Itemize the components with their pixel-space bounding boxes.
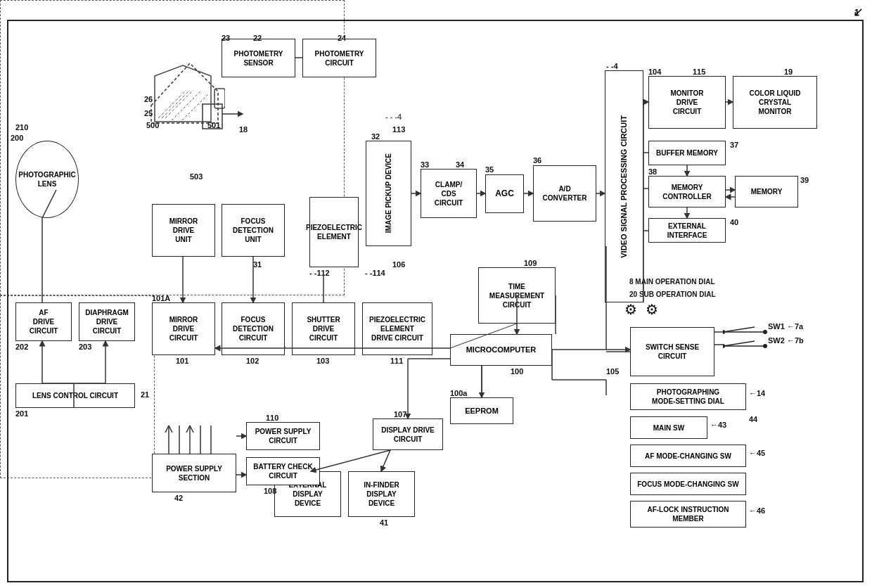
svg-rect-72 [214,89,225,108]
focus-mode-sw-block: FOCUS MODE-CHANGING SW [630,473,746,495]
memory-block: MEMORY [735,176,798,207]
optical-element [148,62,225,135]
buffer-memory-block: BUFFER MEMORY [648,141,726,165]
ref-arrow: ↙ [853,4,864,20]
af-num: 202 [15,343,28,351]
af-drive-circuit: AF DRIVE CIRCUIT [15,302,72,341]
svg-point-7 [763,344,767,348]
svg-line-69 [158,90,186,118]
ref-109: 109 [524,259,537,267]
ref-33: 33 [421,160,429,169]
switch-sense-block: SWITCH SENSE CIRCUIT [630,327,714,376]
sub-op-dial-label: 20 SUB OPERATION DIAL [629,290,716,298]
battery-check-block: BATTERY CHECK CIRCUIT [246,457,320,485]
ref-4b: - -4 [606,62,618,70]
agc-block: AGC [485,174,524,213]
monitor-drive-block: MONITOR DRIVE CIRCUIT [648,76,726,129]
sw1-label: SW1 ←7a [768,322,803,331]
ref-37: 37 [730,141,738,149]
memory-controller-block: MEMORY CONTROLLER [648,176,726,207]
photometry-circuit-num: 24 [338,34,346,42]
lens-ctrl-num: 201 [15,409,28,418]
ref-101: 101 [176,357,188,365]
svg-point-2 [723,330,725,334]
sw2-label: SW2 ←7b [768,336,804,345]
ref-103: 103 [316,357,329,365]
color-lcd-block: COLOR LIQUID CRYSTAL MONITOR [733,76,817,129]
ref-35: 35 [485,165,494,174]
external-interface-block: EXTERNAL INTERFACE [648,218,726,243]
af-mode-sw-block: AF MODE-CHANGING SW [630,445,746,467]
ref-111: 111 [390,357,403,365]
main-sw-block: MAIN SW [630,416,707,439]
ref-41: 41 [380,518,388,527]
photographic-lens: PHOTOGRAPHIC LENS [15,141,79,218]
ref-42: 42 [174,494,183,502]
ref-32: 32 [371,132,380,141]
microcomputer-block: MICROCOMPUTER [450,334,552,366]
svg-line-70 [162,90,190,118]
ref-104: 104 [648,68,661,76]
diagram: 1 ↙ PHOTOGRAPHIC LENS 200 210 AF DRIVE C… [0,0,872,588]
ref-102: 102 [246,357,259,365]
main-dial-icon: ⚙ [624,301,637,318]
video-signal-box: VIDEO SIGNAL PROCESSING CIRCUIT [605,70,643,302]
ref-39: 39 [800,176,809,184]
svg-point-3 [763,330,767,334]
ref-43: ←43 [710,421,726,429]
ref-100: 100 [511,367,523,376]
focus-detection-circuit-block: FOCUS DETECTION CIRCUIT [222,302,285,355]
ref-46: ←46 [749,506,765,515]
piezoelectric-element-block: PIEZOELECTRIC ELEMENT [309,197,359,267]
svg-line-71 [165,90,193,118]
svg-line-1 [723,327,755,332]
clamp-cds-block: CLAMP/ CDS CIRCUIT [421,169,477,218]
ref-107: 107 [394,410,406,418]
power-supply-circuit-block: POWER SUPPLY CIRCUIT [246,422,320,450]
diaphragm-drive-circuit: DIAPHRAGM DRIVE CIRCUIT [79,302,135,341]
ref-21: 21 [141,390,149,399]
photometry-circuit-block: PHOTOMETRY CIRCUIT [302,39,376,77]
main-op-dial-label: 8 MAIN OPERATION DIAL [629,278,714,286]
diaphragm-num: 203 [79,343,91,351]
ref-34: 34 [456,160,464,169]
ad-converter-block: A/D CONVERTER [533,165,596,222]
in-finder-block: IN-FINDER DISPLAY DEVICE [348,471,415,517]
piezo-elem-num: - -112 [309,269,330,277]
photometry-sensor-num: 22 [253,34,262,42]
ref-108: 108 [264,487,276,495]
ref-113: 113 [392,125,405,134]
ref-105: 105 [606,367,619,376]
ref-40: 40 [730,218,738,226]
photometry-sensor-num2: 23 [222,34,230,42]
display-drive-block: DISPLAY DRIVE CIRCUIT [373,418,443,450]
ref-110: 110 [266,414,278,422]
focus-detection-unit: FOCUS DETECTION UNIT [222,204,285,257]
ref-101a: 101A [152,294,170,302]
af-lock-block: AF-LOCK INSTRUCTION MEMBER [630,501,746,528]
ref-18: 18 [239,125,248,134]
ref-100a: 100a [450,389,467,397]
svg-line-5 [723,341,755,346]
ref-4: - - -4 [385,113,402,121]
lens-num: 200 [11,134,23,142]
mirror-drive-circuit-block: MIRROR DRIVE CIRCUIT [152,302,215,355]
piezo-drive-circuit-block: PIEZOELECTRIC ELEMENT DRIVE CIRCUIT [362,302,432,355]
power-supply-section-block: POWER SUPPLY SECTION [152,454,236,492]
ref-19: 19 [784,68,793,76]
image-pickup-block: IMAGE PICKUP DEVICE [366,141,411,246]
time-measurement-block: TIME MEASUREMENT CIRCUIT [478,267,556,324]
mirror-drive-unit: MIRROR DRIVE UNIT [152,204,215,257]
ref-114: - -114 [365,269,385,277]
lens-num2: 210 [15,123,28,132]
ref-14: ←14 [749,389,765,397]
ref-115: 115 [693,68,705,76]
photo-mode-dial-block: PHOTOGRAPHING MODE-SETTING DIAL [630,383,746,410]
eeprom-block: EEPROM [450,397,513,424]
ref-44: 44 [749,415,757,423]
ref-45: ←45 [749,449,765,457]
ref-106: 106 [392,260,405,269]
ref-503: 503 [190,172,203,181]
shutter-drive-circuit-block: SHUTTER DRIVE CIRCUIT [292,302,355,355]
photometry-sensor-block: PHOTOMETRY SENSOR [222,39,295,77]
